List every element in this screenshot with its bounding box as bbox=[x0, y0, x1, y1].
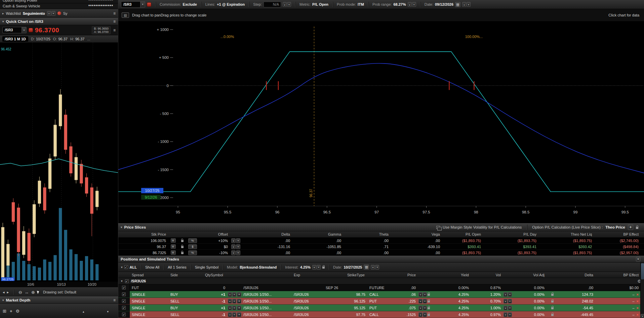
row-checkbox[interactable] bbox=[122, 313, 126, 316]
calendar-icon[interactable] bbox=[455, 2, 460, 7]
prob-range-value[interactable]: 68.27% bbox=[393, 2, 406, 6]
model-value[interactable]: Bjerksund-Stensland bbox=[240, 265, 277, 269]
step-up-icon[interactable] bbox=[283, 2, 287, 7]
lock-icon[interactable] bbox=[551, 301, 554, 303]
step-up-icon[interactable] bbox=[418, 292, 422, 297]
chevron-right-icon[interactable] bbox=[2, 12, 4, 15]
step-up-icon[interactable] bbox=[504, 292, 508, 297]
qty-stepper[interactable] bbox=[228, 292, 236, 297]
remove-leg-icon[interactable]: – bbox=[632, 292, 634, 296]
lock-icon[interactable] bbox=[551, 314, 554, 316]
col-vega[interactable]: Vega bbox=[391, 232, 442, 236]
step-up-icon[interactable] bbox=[228, 292, 232, 297]
qty[interactable]: +1 bbox=[194, 306, 227, 310]
step-up-icon[interactable] bbox=[231, 250, 236, 255]
step-down-icon[interactable] bbox=[508, 312, 512, 317]
pan-left-icon[interactable] bbox=[3, 290, 5, 294]
vol-adj[interactable]: 0.00% bbox=[516, 313, 547, 317]
slice-menu-icon[interactable] bbox=[171, 238, 176, 243]
chevron-down-icon[interactable] bbox=[2, 20, 4, 23]
vol[interactable]: 1.00% bbox=[471, 306, 503, 310]
step-down-icon[interactable] bbox=[236, 238, 240, 243]
offset-stepper[interactable] bbox=[230, 244, 250, 249]
risk-profile-chart[interactable]: + 1000+ 5000- 500- 1000- 1500- 20009595.… bbox=[118, 21, 644, 223]
qty[interactable]: 0 bbox=[194, 286, 227, 290]
symbol-group-row[interactable]: /SR3U26 bbox=[118, 278, 644, 284]
step-down-icon[interactable] bbox=[423, 299, 427, 304]
step-up-icon[interactable] bbox=[231, 238, 236, 243]
crosshair-icon[interactable] bbox=[31, 290, 35, 295]
lock-icon[interactable] bbox=[181, 240, 184, 242]
menu-icon[interactable] bbox=[113, 19, 116, 24]
step-down-icon[interactable] bbox=[287, 2, 291, 7]
step-up-icon[interactable] bbox=[231, 244, 236, 249]
chevron-down-icon[interactable] bbox=[121, 266, 123, 269]
chevron-down-icon[interactable] bbox=[121, 226, 122, 229]
chevron-down-icon[interactable] bbox=[121, 279, 123, 283]
leg-menu-icon[interactable] bbox=[237, 299, 241, 304]
step-down-icon[interactable] bbox=[317, 265, 321, 270]
step-down-icon[interactable] bbox=[508, 306, 512, 310]
scroll-down-icon[interactable] bbox=[107, 309, 109, 313]
leg-menu-icon[interactable] bbox=[237, 292, 241, 297]
vol-stepper[interactable] bbox=[504, 292, 512, 297]
col-strike-type[interactable]: StrikeType bbox=[347, 273, 394, 277]
scroll-up-icon[interactable] bbox=[83, 309, 84, 313]
leg-menu-icon[interactable] bbox=[237, 306, 241, 310]
zoom-out-icon[interactable] bbox=[18, 290, 22, 295]
col-delta[interactable]: Delta bbox=[558, 273, 595, 277]
lock-icon[interactable] bbox=[181, 246, 184, 248]
all-label[interactable]: ALL bbox=[130, 265, 137, 269]
market-depth-header[interactable]: Market Depth bbox=[0, 296, 118, 304]
position-row-sell[interactable]: SINGLE SELL -1 /SR3U26 1/250... /SR3U26 … bbox=[118, 311, 644, 318]
watchlist-name[interactable]: Seguimiento bbox=[23, 11, 45, 15]
collapse-icon[interactable] bbox=[636, 257, 640, 262]
qty-stepper[interactable] bbox=[228, 312, 236, 317]
show-all-filter[interactable]: Show All bbox=[145, 265, 159, 269]
slice-offset[interactable]: +10% bbox=[199, 239, 230, 243]
prob-range-stepper[interactable] bbox=[408, 2, 416, 7]
user-avatar[interactable] bbox=[57, 11, 61, 15]
interest-value[interactable]: 4.25% bbox=[300, 265, 311, 269]
col-side[interactable]: Side bbox=[168, 273, 194, 277]
quick-chart-canvas[interactable]: 96.452 96.2725 bbox=[0, 43, 118, 282]
offset-stepper[interactable] bbox=[230, 238, 250, 243]
scrollbar-thumb[interactable] bbox=[641, 263, 644, 279]
price[interactable]: .00 bbox=[394, 286, 418, 290]
step-down-icon[interactable] bbox=[423, 292, 427, 297]
step-up-icon[interactable] bbox=[504, 312, 508, 317]
lock-icon[interactable] bbox=[322, 267, 325, 269]
lock-icon[interactable] bbox=[551, 307, 554, 309]
step-up-icon[interactable] bbox=[228, 306, 232, 310]
chevron-down-icon[interactable] bbox=[140, 2, 145, 7]
gadgets-icon[interactable] bbox=[3, 309, 6, 314]
step-down-icon[interactable] bbox=[423, 312, 427, 317]
close-icon[interactable]: × bbox=[637, 299, 639, 303]
interest-stepper[interactable] bbox=[312, 265, 321, 270]
watchlist-stepper[interactable] bbox=[47, 11, 55, 16]
add-slice-icon[interactable]: + bbox=[628, 225, 633, 230]
vol-stepper[interactable] bbox=[504, 312, 512, 317]
menu-icon[interactable] bbox=[113, 298, 116, 303]
step-up-icon[interactable] bbox=[228, 312, 232, 317]
step-up-icon[interactable] bbox=[504, 299, 508, 304]
date-stepper[interactable] bbox=[371, 265, 379, 270]
position-row-buy[interactable]: SINGLE BUY +1 /SR3U26 1/250... /SR3U26 9… bbox=[118, 291, 644, 298]
step-input[interactable]: N/A bbox=[264, 2, 281, 7]
step-down-icon[interactable] bbox=[412, 2, 416, 7]
step-down-icon[interactable] bbox=[236, 244, 240, 249]
position-row-buy[interactable]: SINGLE BUY +1 /SR3U26 1/250... /SR3U26 9… bbox=[118, 305, 644, 311]
col-theo-net-liq[interactable]: Theo Net Liq bbox=[538, 232, 594, 236]
step-down-icon[interactable] bbox=[51, 11, 55, 16]
col-theta[interactable]: Theta bbox=[343, 232, 391, 236]
step-up-icon[interactable] bbox=[462, 2, 466, 7]
timeframe-badge[interactable]: /SR3 1 M 1D bbox=[2, 36, 28, 42]
vertical-scrollbar[interactable] bbox=[640, 263, 644, 318]
offset-stepper[interactable] bbox=[230, 250, 250, 255]
date-value[interactable]: 10/27/2025 bbox=[344, 265, 362, 269]
step-down-icon[interactable] bbox=[232, 312, 236, 317]
symbol-select[interactable]: /SR3 bbox=[2, 27, 27, 33]
pl-chart-canvas[interactable]: + 1000+ 5000- 500- 1000- 1500- 20009595.… bbox=[118, 21, 644, 223]
positions-header[interactable]: Positions and Simulated Trades bbox=[118, 256, 644, 263]
col-delta[interactable]: Delta bbox=[250, 232, 292, 236]
